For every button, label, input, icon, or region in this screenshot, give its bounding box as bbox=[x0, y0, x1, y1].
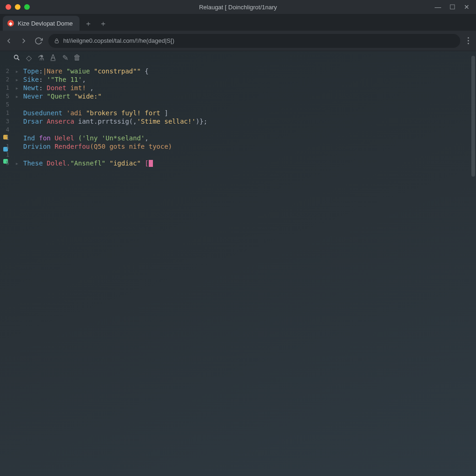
kebab-menu-button[interactable] bbox=[468, 37, 469, 44]
back-button[interactable] bbox=[4, 36, 14, 46]
line-number: 2 bbox=[0, 67, 12, 75]
text-cursor bbox=[149, 160, 153, 167]
app-window: Relaugat [ Doinchligrot/1nary ― ☐ ✕ ◆ Ki… bbox=[0, 0, 476, 476]
minimize-icon[interactable]: ― bbox=[435, 3, 441, 11]
code-token: "constrpad"" bbox=[94, 67, 141, 75]
trash-icon[interactable]: 🗑 bbox=[73, 54, 81, 61]
line-number: 1 bbox=[0, 84, 12, 92]
maximize-icon[interactable]: ☐ bbox=[450, 3, 456, 11]
fold-chevron-icon[interactable] bbox=[12, 167, 21, 176]
code-line[interactable] bbox=[23, 126, 476, 134]
tab-label: Kize Devlopat Dome bbox=[18, 20, 73, 27]
close-window-button[interactable] bbox=[6, 4, 11, 10]
line-number: 1 bbox=[0, 142, 12, 151]
code-line[interactable]: Sike: '"The 11', bbox=[23, 75, 476, 84]
fold-chevron-icon[interactable] bbox=[12, 117, 21, 126]
svg-point-1 bbox=[14, 55, 18, 59]
fold-chevron-icon[interactable]: ▸ bbox=[12, 75, 21, 84]
code-token: Uelel bbox=[54, 134, 78, 142]
reload-button[interactable] bbox=[33, 36, 44, 46]
tab-favicon-icon: ◆ bbox=[7, 20, 14, 26]
code-token: "wide:" bbox=[74, 93, 102, 100]
line-number: 1 bbox=[0, 151, 12, 159]
code-token: Never bbox=[23, 93, 47, 100]
code-token: : bbox=[39, 67, 43, 75]
maximize-window-button[interactable] bbox=[24, 4, 30, 10]
traffic-lights bbox=[0, 4, 30, 10]
editor-toolbar: ◇ ⚗ A ✎ 🗑 bbox=[13, 54, 81, 61]
line-number: 1 bbox=[0, 109, 12, 117]
code-token: "brokers fuyl! fort bbox=[86, 109, 165, 117]
code-token: Donet bbox=[47, 84, 71, 92]
line-number: 1 bbox=[0, 134, 12, 142]
line-number: 5 bbox=[0, 159, 12, 167]
close-icon[interactable]: ✕ bbox=[464, 3, 469, 11]
code-token: (Q50 gots nife tyoce) bbox=[90, 143, 172, 150]
minimize-window-button[interactable] bbox=[15, 4, 20, 10]
code-token: 'adi bbox=[66, 109, 86, 117]
code-token: { bbox=[141, 67, 149, 75]
fold-chevron-icon[interactable]: ▸ bbox=[12, 67, 21, 75]
code-token: These bbox=[23, 159, 47, 167]
code-line[interactable] bbox=[23, 151, 476, 159]
code-token: |Nare bbox=[43, 67, 66, 75]
line-number: 4 bbox=[0, 126, 12, 134]
browser-tab-active[interactable]: ◆ Kize Devlopat Dome bbox=[3, 16, 79, 31]
browser-tab-bar: ◆ Kize Devlopat Dome ＋ ＋ bbox=[0, 14, 476, 31]
code-token: , bbox=[145, 134, 148, 142]
editor-content-area: ◇ ⚗ A ✎ 🗑 221551341115 ▸▸▸▸▸ Tope:|Nare … bbox=[0, 51, 476, 476]
code-token: Drivion bbox=[23, 143, 54, 150]
flask-icon[interactable]: ⚗ bbox=[37, 54, 45, 61]
new-tab-button-2[interactable]: ＋ bbox=[97, 18, 109, 30]
address-bar[interactable]: ht//ieilgne0.copstel/tal.com/!/he(daged|… bbox=[48, 34, 460, 48]
code-token: , bbox=[86, 84, 94, 92]
edit-icon[interactable]: ✎ bbox=[61, 54, 69, 61]
code-token: )}; bbox=[196, 118, 207, 125]
warning-icon[interactable]: A bbox=[49, 54, 57, 61]
code-line[interactable]: Ind fon Uelel ('lny 'Un*seland', bbox=[23, 134, 476, 142]
code-token: : bbox=[39, 76, 47, 83]
code-token: ] bbox=[164, 109, 168, 117]
svg-rect-0 bbox=[55, 40, 59, 43]
code-editor[interactable]: Tope:|Nare "waiue "constrpad"" {Sike: '"… bbox=[21, 51, 476, 476]
search-icon[interactable] bbox=[13, 54, 20, 61]
line-number-gutter: 221551341115 bbox=[0, 51, 12, 476]
cube-icon[interactable]: ◇ bbox=[25, 54, 33, 61]
code-token: Renderfou bbox=[54, 143, 90, 150]
code-token: Tope bbox=[23, 67, 39, 75]
code-token: "Quert bbox=[47, 93, 74, 100]
fold-chevron-icon[interactable]: ▸ bbox=[12, 159, 21, 167]
code-line[interactable]: Drivion Renderfou(Q50 gots nife tyoce) bbox=[23, 142, 476, 151]
code-token: 'Stime sellac!' bbox=[137, 118, 195, 125]
titlebar: Relaugat [ Doinchligrot/1nary ― ☐ ✕ bbox=[0, 0, 476, 14]
forward-button[interactable] bbox=[19, 36, 29, 46]
code-token: "Ansnefl" bbox=[70, 159, 109, 167]
window-title: Relaugat [ Doinchligrot/1nary bbox=[199, 4, 277, 11]
fold-chevron-icon[interactable] bbox=[12, 134, 21, 142]
code-token: [ bbox=[145, 159, 148, 167]
vertical-scrollbar[interactable] bbox=[471, 56, 475, 177]
fold-chevron-icon[interactable] bbox=[12, 126, 21, 134]
fold-chevron-icon[interactable]: ▸ bbox=[12, 92, 21, 100]
code-line[interactable]: Dusedunent 'adi "brokers fuyl! fort ] bbox=[23, 109, 476, 117]
code-line[interactable]: Never "Quert "wide:" bbox=[23, 92, 476, 100]
fold-chevron-icon[interactable] bbox=[12, 151, 21, 159]
fold-chevron-icon[interactable] bbox=[12, 142, 21, 151]
line-number: 3 bbox=[0, 117, 12, 126]
fold-chevron-icon[interactable] bbox=[12, 100, 21, 109]
fold-chevron-icon[interactable] bbox=[12, 109, 21, 117]
code-line[interactable] bbox=[23, 100, 476, 109]
window-controls-right: ― ☐ ✕ bbox=[435, 3, 476, 11]
code-token: '"The 11' bbox=[47, 76, 82, 83]
code-token: fon bbox=[39, 134, 55, 142]
fold-chevron-icon[interactable]: ▸ bbox=[12, 84, 21, 92]
code-token: Ind bbox=[23, 134, 39, 142]
code-line[interactable]: These Dolel."Ansnefl" "igdiac" [ bbox=[23, 159, 476, 167]
code-line[interactable]: Newt: Donet imt! , bbox=[23, 84, 476, 92]
code-token: Drsar bbox=[23, 118, 47, 125]
code-line[interactable]: Tope:|Nare "waiue "constrpad"" { bbox=[23, 67, 476, 75]
code-line[interactable]: Drsar Anserca iant.prrtssig(,'Stime sell… bbox=[23, 117, 476, 126]
fold-gutter: ▸▸▸▸▸ bbox=[12, 51, 21, 476]
new-tab-button[interactable]: ＋ bbox=[82, 18, 94, 30]
code-token: "waiue bbox=[66, 67, 94, 75]
